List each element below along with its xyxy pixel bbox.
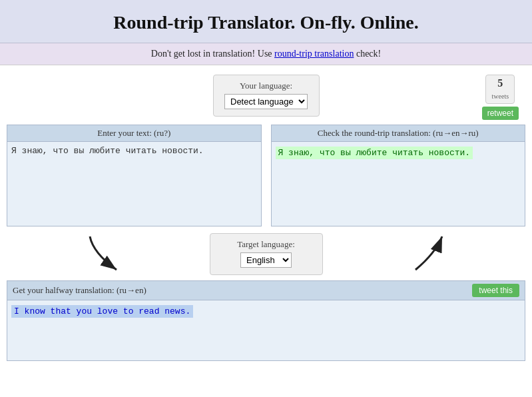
page-header: Round-trip Translator. On-fly. Online. — [0, 0, 532, 43]
halfway-panel: Get your halfway translation: (ru→en) tw… — [7, 280, 525, 361]
your-language-box: Your language: Detect language English R… — [213, 75, 320, 117]
panels-gap — [262, 125, 271, 226]
target-language-label: Target language: — [221, 239, 312, 250]
your-language-row: Your language: Detect language English R… — [0, 65, 532, 121]
arrow-target-row: Target language: English Russian Spanish… — [0, 226, 532, 278]
source-panel-header: Enter your text: (ru?) — [7, 125, 261, 142]
your-language-label: Your language: — [224, 81, 308, 91]
source-text-input[interactable]: Я знаю, что вы любите читать новости. — [11, 146, 257, 219]
panels-row: Enter your text: (ru?) Я знаю, что вы лю… — [0, 121, 532, 226]
halfway-panel-title: Get your halfway translation: (ru→en) — [13, 285, 146, 296]
tweet-this-button[interactable]: tweet this — [472, 284, 519, 297]
retweet-button[interactable]: retweet — [482, 107, 519, 120]
tweets-label: tweets — [492, 93, 509, 100]
your-language-select[interactable]: Detect language English Russian Spanish … — [224, 94, 308, 109]
source-panel-body: Я знаю, что вы любите читать новости. — [7, 142, 261, 226]
roundtrip-result-text: Я знаю, что вы любите читать новости. — [276, 147, 473, 159]
halfway-result-text: I know that you love to read news. — [11, 305, 193, 318]
arrow-left — [80, 233, 133, 276]
roundtrip-panel: Check the round-trip translation: (ru→en… — [271, 125, 526, 226]
tweet-count-box: 5 tweets — [485, 75, 515, 104]
halfway-panel-body: I know that you love to read news. — [7, 300, 525, 360]
roundtrip-panel-header: Check the round-trip translation: (ru→en… — [272, 125, 525, 142]
roundtrip-panel-body: Я знаю, что вы любите читать новости. — [272, 142, 525, 222]
page-title: Round-trip Translator. On-fly. Online. — [7, 12, 525, 33]
subtitle-text-before: Don't get lost in translation! Use — [151, 49, 274, 59]
target-language-box: Target language: English Russian Spanish… — [210, 233, 323, 275]
round-trip-link[interactable]: round-trip translation — [274, 49, 354, 59]
halfway-panel-header: Get your halfway translation: (ru→en) tw… — [7, 281, 525, 300]
arrow-right — [399, 233, 452, 276]
subtitle-bar: Don't get lost in translation! Use round… — [0, 43, 532, 65]
target-language-select[interactable]: English Russian Spanish French German — [240, 252, 292, 268]
tweet-count: 5 — [491, 77, 509, 89]
subtitle-text-after: check! — [354, 49, 381, 59]
arrow-right-svg — [399, 233, 452, 273]
tweet-counter: 5 tweets retweet — [482, 75, 519, 120]
arrow-left-svg — [80, 233, 133, 273]
source-panel: Enter your text: (ru?) Я знаю, что вы лю… — [7, 125, 262, 226]
